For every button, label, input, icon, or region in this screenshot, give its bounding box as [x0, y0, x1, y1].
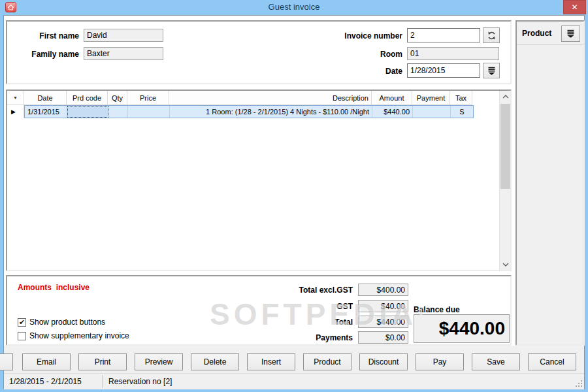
product-dropdown-button[interactable]	[561, 25, 580, 42]
resize-grip-icon[interactable]	[574, 379, 583, 387]
col-header-tax: Tax	[450, 91, 472, 105]
scrollbar-thumb[interactable]	[500, 104, 510, 189]
cell-tax[interactable]: S	[451, 106, 473, 118]
refresh-icon	[487, 31, 497, 41]
room-field: 01	[407, 47, 499, 60]
gst-label: GST	[229, 302, 353, 311]
col-header-qty: Qty	[108, 91, 127, 105]
checkbox-check-icon: ✔	[18, 318, 26, 327]
summary-panel: Amounts inclusive ✔ Show product buttons…	[6, 275, 512, 346]
first-name-label: First name	[12, 31, 79, 41]
cell-amount[interactable]: $440.00	[372, 106, 413, 118]
chevron-up-icon	[502, 95, 509, 99]
first-name-field: David	[84, 29, 163, 42]
col-header-prd-code: Prd code	[67, 91, 108, 105]
total-label: Total	[229, 318, 353, 327]
invoice-number-input[interactable]	[407, 28, 480, 42]
refresh-invoice-button[interactable]	[483, 27, 500, 43]
pay-button[interactable]: Pay	[416, 353, 464, 370]
chevron-down-icon: ▼	[13, 95, 18, 100]
balance-due-label: Balance due	[414, 305, 460, 314]
dropdown-icon	[487, 67, 496, 75]
cancel-button[interactable]: Cancel	[528, 353, 576, 370]
checkbox-box	[18, 332, 26, 340]
total-excl-gst-value: $400.00	[358, 284, 408, 296]
grid-header-row: ▼ Date Prd code Qty Price Description Am…	[7, 91, 472, 105]
balance-due-value: $440.00	[414, 314, 510, 343]
scroll-down-button[interactable]	[500, 259, 510, 270]
product-side-panel: Product	[515, 20, 585, 346]
amounts-inclusive-note: Amounts inclusive	[18, 283, 90, 292]
status-reservation-no: Reservation no [2]	[108, 377, 172, 386]
family-name-field: Baxter	[84, 47, 163, 60]
row-indicator: ▶	[7, 105, 24, 118]
payments-label: Payments	[229, 333, 353, 342]
date-label: Date	[282, 67, 402, 76]
dropdown-icon	[566, 29, 575, 38]
room-label: Room	[282, 50, 402, 59]
product-button[interactable]: Product	[303, 353, 351, 370]
col-header-amount: Amount	[372, 91, 412, 105]
col-header-payment: Payment	[412, 91, 450, 105]
client-area: First name David Family name Baxter Invo…	[3, 15, 585, 389]
close-icon: ✕	[571, 3, 578, 12]
clipped-left-button[interactable]: a	[0, 353, 13, 370]
save-button[interactable]: Save	[472, 353, 520, 370]
cell-date[interactable]: 1/31/2015	[25, 106, 67, 118]
checkbox-label: Show product buttons	[29, 318, 105, 327]
discount-button[interactable]: Discount	[359, 353, 408, 370]
show-product-buttons-checkbox[interactable]: ✔ Show product buttons	[18, 318, 105, 327]
insert-button[interactable]: Insert	[247, 353, 295, 370]
email-button[interactable]: Email	[22, 353, 71, 370]
print-button[interactable]: Print	[78, 353, 127, 370]
scroll-up-button[interactable]	[500, 91, 510, 102]
guest-invoice-window: Guest invoice ✕ First name David Family …	[0, 0, 588, 392]
window-title: Guest invoice	[0, 2, 588, 12]
preview-button[interactable]: Preview	[135, 353, 183, 370]
status-separator	[102, 375, 103, 388]
chevron-down-icon	[502, 263, 509, 267]
grid-corner-dropdown[interactable]: ▼	[7, 91, 24, 105]
grid-vertical-scrollbar[interactable]	[499, 91, 510, 270]
cell-payment[interactable]	[413, 106, 451, 118]
date-input[interactable]	[407, 63, 480, 78]
total-excl-gst-label: Total excl.GST	[229, 286, 353, 295]
cell-price[interactable]	[128, 106, 170, 118]
invoice-number-label: Invoice number	[282, 31, 402, 41]
product-panel-header: Product	[517, 22, 583, 45]
table-row: ▶ 1/31/2015 1 Room: (1/28 - 2/1/2015) 4 …	[7, 105, 474, 118]
cell-description[interactable]: 1 Room: (1/28 - 2/1/2015) 4 Nights - $11…	[170, 106, 372, 118]
titlebar[interactable]: Guest invoice ✕	[0, 0, 588, 15]
delete-button[interactable]: Delete	[191, 353, 239, 370]
cell-qty[interactable]	[108, 106, 128, 118]
guest-header-panel: First name David Family name Baxter Invo…	[6, 20, 512, 84]
row-arrow-icon: ▶	[11, 108, 16, 115]
checkbox-label: Show supplementary invoice	[29, 331, 129, 340]
gst-value: $40.00	[358, 300, 408, 312]
total-value: $440.00	[358, 316, 408, 328]
cell-prd-code-focused[interactable]	[67, 106, 108, 118]
status-date-range: 1/28/2015 - 2/1/2015	[9, 377, 82, 386]
close-button[interactable]: ✕	[563, 0, 586, 14]
payments-value: $0.00	[358, 331, 408, 344]
col-header-description: Description	[169, 91, 372, 105]
col-header-price: Price	[127, 91, 169, 105]
invoice-lines-grid: ▼ Date Prd code Qty Price Description Am…	[6, 90, 512, 271]
status-bar: 1/28/2015 - 2/1/2015 Reservation no [2]	[4, 373, 584, 389]
date-dropdown-button[interactable]	[483, 63, 500, 78]
product-panel-title: Product	[522, 29, 551, 38]
show-supplementary-invoice-checkbox[interactable]: Show supplementary invoice	[18, 331, 129, 340]
family-name-label: Family name	[12, 50, 79, 59]
col-header-date: Date	[24, 91, 67, 105]
